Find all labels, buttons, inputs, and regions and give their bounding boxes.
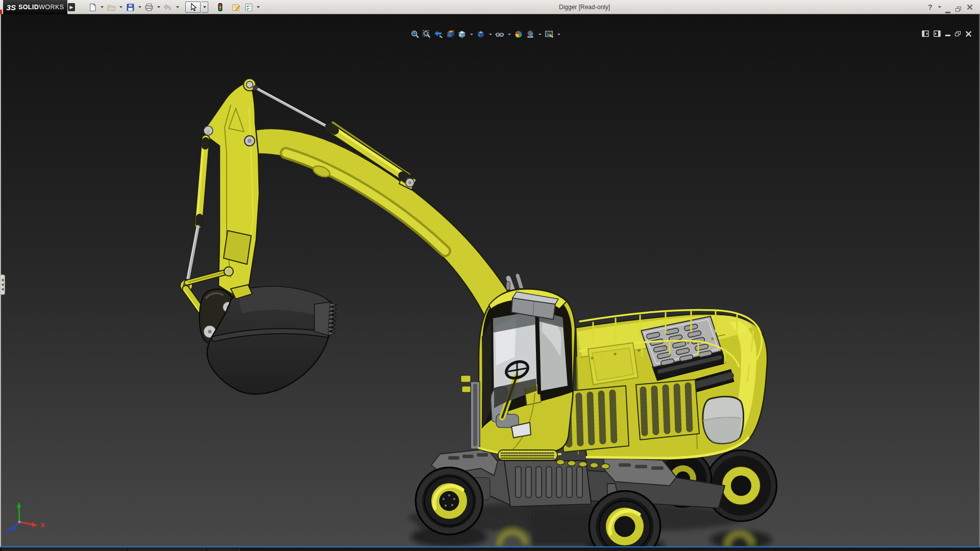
view-orientation-dropdown[interactable] <box>469 30 474 39</box>
options-list-icon <box>244 3 253 12</box>
display-style-icon <box>476 30 485 39</box>
heads-up-view-toolbar <box>410 30 561 39</box>
apply-scene-dropdown[interactable] <box>537 30 542 39</box>
help-button[interactable]: ? <box>928 2 933 12</box>
window-title: Digger [Read-only] <box>559 4 610 11</box>
section-view-button[interactable] <box>446 30 455 39</box>
new-document-dropdown[interactable] <box>99 2 105 13</box>
save-icon <box>126 3 135 12</box>
new-document-button[interactable] <box>87 2 98 13</box>
view-settings-icon <box>545 30 554 39</box>
save-button[interactable] <box>125 2 136 13</box>
document-window-controls <box>922 30 972 38</box>
main-toolbar <box>87 1 261 13</box>
traffic-light-button[interactable] <box>214 2 226 13</box>
undo-dropdown[interactable] <box>175 2 180 13</box>
section-view-icon <box>446 30 455 39</box>
undo-icon <box>163 3 173 12</box>
expand-featuremanager-icon[interactable] <box>922 30 929 37</box>
solidworks-logo: 3SSOLIDWORKS <box>3 0 67 14</box>
zoom-to-fit-icon <box>410 30 420 39</box>
edit-appearance-icon <box>514 30 523 39</box>
view-orientation-button[interactable] <box>457 30 467 39</box>
ds-logo-glyph: 3S <box>7 3 16 12</box>
undo-button[interactable] <box>162 2 174 13</box>
file-properties-button[interactable] <box>231 2 242 13</box>
taskbar-edge[interactable] <box>0 546 980 551</box>
doc-restore-button[interactable] <box>955 31 961 36</box>
display-style-dropdown[interactable] <box>488 30 493 39</box>
zoom-to-fit-button[interactable] <box>410 30 420 39</box>
previous-view-button[interactable] <box>434 30 443 39</box>
select-cursor-icon <box>189 3 197 12</box>
save-dropdown[interactable] <box>137 2 142 13</box>
print-dropdown[interactable] <box>156 2 161 13</box>
print-icon <box>144 3 154 12</box>
doc-close-button[interactable] <box>965 31 972 37</box>
open-dropdown[interactable] <box>118 2 124 13</box>
body-superstructure[interactable] <box>556 310 767 469</box>
triad-x-label: X <box>40 521 45 529</box>
previous-view-icon <box>434 30 443 39</box>
graphics-area[interactable]: X Z <box>0 14 980 546</box>
expand-pane-icon[interactable] <box>934 30 941 37</box>
display-style-button[interactable] <box>476 30 485 39</box>
help-dropdown[interactable] <box>938 2 941 12</box>
new-document-icon <box>88 3 97 12</box>
apply-scene-button[interactable] <box>526 30 535 39</box>
app-close-button[interactable] <box>967 2 973 12</box>
file-properties-icon <box>232 3 241 12</box>
hide-show-items-dropdown[interactable] <box>507 30 511 39</box>
triad-z-label: Z <box>5 528 10 535</box>
options-list-dropdown[interactable] <box>255 2 261 13</box>
view-settings-dropdown[interactable] <box>556 30 561 39</box>
view-settings-button[interactable] <box>545 30 554 39</box>
zoom-to-area-button[interactable] <box>422 30 431 39</box>
left-edge-marker <box>0 10 2 14</box>
view-orientation-icon <box>457 30 467 39</box>
select-tool-button[interactable] <box>185 2 201 13</box>
open-button[interactable] <box>106 2 117 13</box>
options-list-button[interactable] <box>243 2 254 13</box>
front-left-wheel[interactable] <box>415 467 483 535</box>
toolbar-expander[interactable]: ▶ <box>68 3 75 11</box>
zoom-to-area-icon <box>422 30 431 39</box>
apply-scene-icon <box>526 30 535 39</box>
open-icon <box>107 3 116 11</box>
solidworks-window: 3SSOLIDWORKS ▶ <box>0 0 980 551</box>
edit-appearance-button[interactable] <box>514 30 523 39</box>
3d-viewport[interactable]: X Z <box>0 14 980 546</box>
app-minimize-button[interactable] <box>945 7 950 17</box>
select-tool-dropdown[interactable] <box>202 2 208 13</box>
print-button[interactable] <box>143 2 155 13</box>
titlebar: 3SSOLIDWORKS ▶ <box>0 0 980 14</box>
hide-show-items-button[interactable] <box>495 30 504 39</box>
rear-window[interactable] <box>703 396 744 443</box>
traffic-light-icon <box>216 3 224 12</box>
featuremanager-collapse-handle[interactable] <box>1 274 5 295</box>
app-restore-button[interactable] <box>955 4 961 14</box>
doc-minimize-button[interactable] <box>945 35 950 36</box>
close-icon <box>967 4 973 10</box>
hide-show-items-icon <box>495 30 504 39</box>
